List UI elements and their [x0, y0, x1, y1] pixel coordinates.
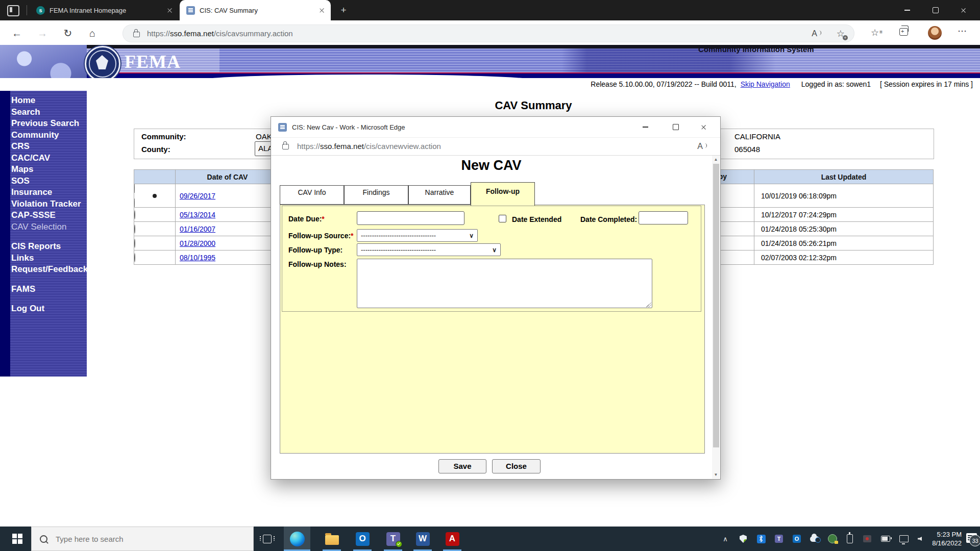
close-button[interactable]: Close [492, 459, 541, 473]
refresh-icon[interactable]: ↻ [60, 26, 76, 41]
sidebar-item-cis-reports[interactable]: CIS Reports [11, 241, 85, 253]
start-button[interactable] [5, 527, 30, 551]
scroll-up-icon[interactable]: ▲ [712, 156, 720, 163]
tab-cis-cav-summary[interactable]: CIS: CAV Summary [180, 0, 331, 20]
cav-date-link[interactable]: 05/13/2014 [176, 208, 280, 222]
back-icon[interactable]: ← [9, 26, 24, 41]
follow-up-notes-textarea[interactable] [357, 259, 652, 308]
sidebar-item-community[interactable]: Community [11, 130, 85, 141]
forward-icon[interactable]: → [35, 26, 50, 41]
follow-up-fieldset: Date Due:* Date Extended Date Completed:… [282, 206, 701, 312]
row-radio[interactable] [134, 210, 135, 219]
speaker-icon[interactable] [917, 534, 926, 543]
window-maximize-button[interactable] [924, 0, 947, 20]
dialog-minimize-button[interactable] [633, 117, 657, 137]
sidebar-item-log-out[interactable]: Log Out [11, 303, 85, 315]
taskbar-app-teams[interactable]: T [380, 527, 406, 551]
device-app-icon[interactable] [863, 534, 872, 543]
tray-outlook-icon[interactable]: O [792, 534, 801, 543]
usb-device-icon[interactable] [845, 534, 854, 543]
row-radio-selected[interactable] [134, 184, 175, 208]
window-close-button[interactable] [951, 0, 975, 20]
sidebar-item-insurance[interactable]: Insurance [11, 187, 85, 198]
release-text: Release 5.10.00.00, 07/19/2022 -- Build … [591, 80, 736, 88]
search-input[interactable] [55, 534, 230, 544]
sidebar-item-home[interactable]: Home [11, 95, 85, 107]
sidebar-item-cap-ssse[interactable]: CAP-SSSE [11, 210, 85, 221]
url-prefix: https:// [297, 142, 320, 151]
action-center-icon[interactable]: 33 [966, 533, 977, 543]
tab-follow-up[interactable]: Follow-up [471, 182, 535, 206]
tab-findings[interactable]: Findings [344, 185, 408, 205]
follow-up-type-label: Follow-up Type: [288, 246, 342, 254]
taskbar-app-acrobat[interactable]: A [439, 527, 465, 551]
skip-navigation-link[interactable]: Skip Navigation [741, 80, 790, 88]
tray-teams-icon[interactable]: T [774, 534, 783, 543]
bluetooth-icon[interactable] [756, 534, 766, 543]
cav-date-link[interactable]: 01/28/2000 [176, 236, 280, 251]
date-completed-input[interactable] [639, 211, 688, 224]
scroll-down-icon[interactable]: ▼ [712, 471, 720, 479]
vpn-globe-icon[interactable] [828, 534, 837, 543]
sidebar-item-cav-selection[interactable]: CAV Selection [11, 221, 85, 233]
windows-security-icon[interactable] [739, 534, 748, 543]
follow-up-source-select[interactable]: ----------------------------------∨ [357, 229, 478, 242]
tab-narrative[interactable]: Narrative [408, 185, 471, 205]
tab-fema-intranet[interactable]: s FEMA Intranet Homepage [30, 0, 179, 20]
new-tab-button[interactable]: + [338, 5, 349, 16]
read-aloud-icon[interactable]: A [812, 29, 817, 38]
favorites-icon[interactable]: ☆≡ [871, 27, 883, 38]
notification-badge: 33 [969, 535, 980, 546]
tab-close-icon[interactable] [167, 8, 173, 13]
cav-date-link[interactable]: 08/10/1995 [176, 251, 280, 265]
date-due-input[interactable] [357, 211, 464, 225]
url-path: /cis/cavnewview.action [364, 142, 441, 151]
sidebar-item-previous-search[interactable]: Previous Search [11, 118, 85, 130]
save-button[interactable]: Save [438, 459, 486, 473]
last-updated-cell: 01/24/2018 05:25:30pm [754, 222, 934, 236]
home-icon[interactable]: ⌂ [85, 26, 100, 41]
taskbar-search[interactable] [31, 527, 254, 551]
chevron-down-icon: ∨ [492, 246, 497, 254]
address-bar[interactable]: https://sso.fema.net/cis/cavsummary.acti… [122, 24, 854, 42]
read-aloud-icon[interactable]: A [697, 142, 703, 151]
taskbar-clock[interactable]: 5:23 PM 8/16/2022 [932, 530, 962, 547]
sidebar-item-crs[interactable]: CRS [11, 141, 85, 153]
sidebar-item-request-feedback[interactable]: Request/Feedback [11, 264, 85, 276]
row-radio[interactable] [134, 253, 135, 262]
browser-menu-icon[interactable]: ⋯ [958, 26, 967, 37]
sidebar-item-links[interactable]: Links [11, 253, 85, 264]
collections-icon[interactable]: + [899, 28, 908, 36]
profile-avatar[interactable] [928, 26, 942, 40]
follow-up-type-select[interactable]: ----------------------------------∨ [357, 243, 501, 256]
dialog-scrollbar[interactable]: ▲ ▼ [712, 156, 720, 479]
add-favorite-icon[interactable]: ☆+ [837, 28, 845, 39]
sidebar-item-sos[interactable]: SOS [11, 176, 85, 187]
tab-close-icon[interactable] [319, 8, 325, 13]
row-radio[interactable] [134, 224, 135, 234]
sidebar-item-violation-tracker[interactable]: Violation Tracker [11, 198, 85, 210]
taskbar-app-word[interactable]: W [409, 527, 436, 551]
date-extended-checkbox[interactable] [499, 215, 506, 222]
scrollbar-thumb[interactable] [713, 164, 719, 447]
battery-icon[interactable] [881, 534, 890, 543]
sidebar-item-fams[interactable]: FAMS [11, 284, 85, 295]
taskbar-app-file-explorer[interactable] [318, 527, 345, 551]
window-minimize-button[interactable] [895, 0, 919, 20]
onedrive-icon[interactable] [810, 534, 819, 543]
tab-cav-info[interactable]: CAV Info [280, 185, 344, 205]
tray-chevron-up-icon[interactable]: ∧ [721, 534, 730, 543]
sidebar-item-maps[interactable]: Maps [11, 164, 85, 176]
sidebar-item-search[interactable]: Search [11, 107, 85, 118]
dialog-close-button[interactable] [692, 117, 715, 137]
tab-actions-icon[interactable] [7, 5, 19, 16]
dialog-maximize-button[interactable] [664, 117, 688, 137]
row-radio[interactable] [134, 239, 135, 248]
cav-date-link[interactable]: 01/16/2007 [176, 222, 280, 236]
sidebar-item-cac-cav[interactable]: CAC/CAV [11, 153, 85, 164]
taskbar-app-edge[interactable] [284, 527, 310, 551]
taskbar-app-outlook[interactable]: O [349, 527, 376, 551]
network-icon[interactable] [899, 534, 909, 543]
task-view-button[interactable] [259, 531, 275, 547]
cav-date-link[interactable]: 09/26/2017 [176, 184, 280, 208]
